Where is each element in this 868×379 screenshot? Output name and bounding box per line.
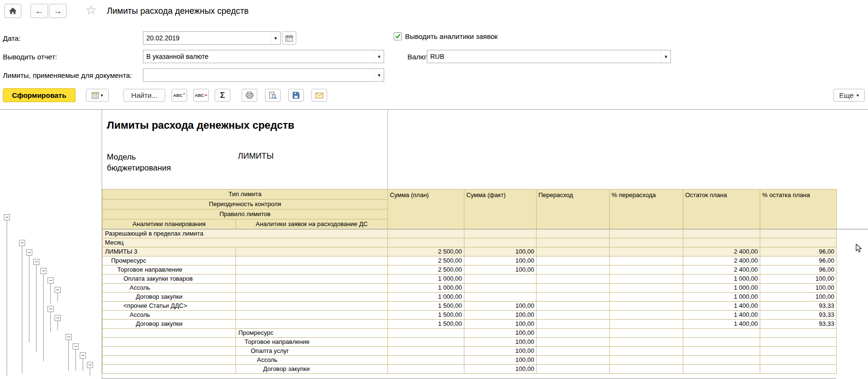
cell[interactable]: 100,00 [760, 284, 837, 293]
header-request-analytics[interactable]: Аналитики заявок на расходование ДС [236, 219, 388, 229]
cell[interactable] [683, 329, 760, 338]
cell[interactable] [760, 229, 837, 238]
budget-model-label[interactable]: Модель бюджетирования [107, 152, 190, 173]
cell[interactable] [537, 329, 610, 338]
cell[interactable]: Торговое направление [103, 265, 236, 275]
report-mode-select[interactable]: В указанной валюте ▾ [143, 50, 384, 63]
cell[interactable]: 2 500,00 [388, 265, 464, 275]
cell[interactable] [103, 329, 236, 338]
budget-model-value[interactable]: ЛИМИТЫ [238, 152, 274, 161]
cell[interactable]: 1 500,00 [388, 302, 464, 311]
cell[interactable] [537, 265, 610, 275]
cell[interactable]: Ассоль [103, 311, 236, 320]
cell[interactable]: 100,00 [464, 302, 537, 311]
forward-button[interactable]: → [49, 4, 66, 18]
cell[interactable]: 100,00 [464, 347, 537, 356]
header-type-limit[interactable]: Тип лимита [103, 190, 388, 199]
collapse-group-button[interactable]: − [4, 214, 10, 220]
header-overrun-pct[interactable]: % перерасхода [610, 190, 683, 229]
header-sum-fact[interactable]: Сумма (факт) [464, 190, 537, 229]
cell[interactable]: Опалта услуг [236, 347, 388, 356]
decode-abc-add-button[interactable]: ABC+ [193, 89, 209, 102]
cell[interactable] [610, 293, 683, 302]
cell[interactable]: 93,33 [760, 311, 837, 320]
header-rule[interactable]: Правило лимитов [103, 209, 388, 219]
cell[interactable]: 100,00 [464, 365, 537, 374]
collapse-group-button[interactable]: − [87, 362, 93, 368]
cell[interactable]: 100,00 [464, 247, 537, 256]
cell[interactable]: 96,00 [760, 265, 837, 275]
cell[interactable] [388, 238, 464, 247]
analytics-checkbox[interactable] [394, 32, 402, 40]
cell[interactable] [683, 338, 760, 347]
analytics-checkbox-row[interactable]: Выводить аналитики заявок [394, 32, 498, 40]
header-plan-rest[interactable]: Остаток плана [683, 190, 760, 229]
cell[interactable] [610, 329, 683, 338]
cell[interactable] [683, 238, 760, 247]
cell[interactable] [610, 275, 683, 284]
cell[interactable] [388, 347, 464, 356]
cell[interactable]: 2 500,00 [388, 256, 464, 265]
header-plan-rest-pct[interactable]: % остатка плана [760, 190, 837, 229]
cell[interactable] [610, 302, 683, 311]
cell[interactable] [610, 320, 683, 329]
print-button[interactable] [242, 89, 257, 102]
cell[interactable] [683, 347, 760, 356]
cell[interactable]: Ассоль [103, 284, 236, 293]
cell[interactable]: 1 000,00 [683, 275, 760, 284]
cell[interactable] [236, 293, 388, 302]
cell[interactable] [103, 365, 236, 374]
cell[interactable] [537, 293, 610, 302]
cell[interactable] [760, 329, 837, 338]
collapse-group-button[interactable]: − [73, 343, 79, 350]
cell[interactable] [388, 338, 464, 347]
find-button[interactable]: Найти... [123, 89, 165, 102]
cell[interactable]: Договор закупки [236, 365, 388, 374]
cell[interactable]: 1 000,00 [388, 284, 464, 293]
cell[interactable]: 96,00 [760, 247, 837, 256]
cell[interactable]: Договор закупки [103, 293, 236, 302]
cell[interactable] [388, 365, 464, 374]
cell[interactable] [610, 311, 683, 320]
collapse-group-button[interactable]: − [55, 287, 61, 293]
cell[interactable]: 100,00 [464, 356, 537, 365]
cell[interactable] [683, 365, 760, 374]
cell[interactable]: 1 500,00 [388, 320, 464, 329]
cell[interactable]: 100,00 [464, 338, 537, 347]
cell[interactable] [610, 247, 683, 256]
cell[interactable]: 1 400,00 [683, 320, 760, 329]
cell[interactable]: 100,00 [464, 265, 537, 275]
cell[interactable] [537, 338, 610, 347]
cell[interactable] [388, 356, 464, 365]
cell[interactable]: Оплата закупки товаров [103, 275, 236, 284]
back-button[interactable]: ← [30, 4, 48, 18]
collapse-group-button[interactable]: − [40, 268, 47, 274]
calendar-button[interactable] [282, 31, 296, 45]
cell[interactable] [236, 320, 388, 329]
header-planning-analytics[interactable]: Аналитики планирования [103, 219, 236, 229]
cell[interactable] [464, 229, 537, 238]
cell[interactable] [537, 302, 610, 311]
collapse-group-button[interactable]: − [19, 240, 25, 246]
collapse-group-button[interactable]: − [47, 277, 54, 284]
cell[interactable] [537, 311, 610, 320]
cell[interactable] [683, 229, 760, 238]
cell[interactable] [610, 265, 683, 275]
cell[interactable]: 1 000,00 [683, 284, 760, 293]
cell[interactable] [610, 365, 683, 374]
cell[interactable] [537, 320, 610, 329]
cell[interactable] [537, 256, 610, 265]
cell[interactable] [236, 247, 388, 256]
cell[interactable] [236, 311, 388, 320]
cell[interactable]: ЛИМИТЫ 3 [103, 247, 236, 256]
cell[interactable] [464, 284, 537, 293]
cell[interactable] [537, 238, 610, 247]
send-mail-button[interactable] [311, 89, 327, 102]
cell[interactable] [610, 347, 683, 356]
cell[interactable]: 93,33 [760, 320, 837, 329]
cell[interactable] [537, 229, 610, 238]
cell[interactable] [537, 356, 610, 365]
sum-sigma-button[interactable]: Σ [215, 89, 230, 102]
print-preview-button[interactable] [265, 89, 281, 102]
cell[interactable] [610, 356, 683, 365]
